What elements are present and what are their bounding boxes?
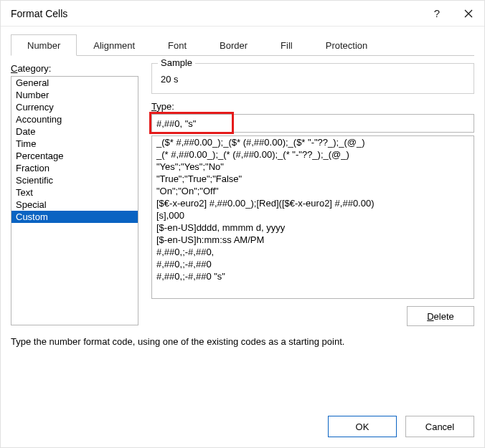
type-list-item[interactable]: #,##0,;-#,##0 <box>152 258 474 270</box>
window-title: Format Cells <box>11 8 421 19</box>
category-item[interactable]: Time <box>11 138 138 150</box>
close-button[interactable] <box>453 1 484 27</box>
type-label: Type: <box>151 101 474 112</box>
sample-group: Sample 20 s <box>151 63 474 94</box>
type-list-item[interactable]: _($* #,##0.00_);_($* (#,##0.00);_($* "-"… <box>152 136 474 148</box>
tab-font[interactable]: Font <box>151 34 203 56</box>
type-list-item[interactable]: "On";"On";"Off" <box>152 185 474 197</box>
type-input-wrap <box>151 114 474 133</box>
dialog-footer: OK Cancel <box>1 407 484 447</box>
tab-content: Category: GeneralNumberCurrencyAccountin… <box>11 56 474 326</box>
category-item[interactable]: Custom <box>11 211 138 223</box>
category-item[interactable]: Text <box>11 186 138 199</box>
tab-protection[interactable]: Protection <box>309 34 385 56</box>
category-item[interactable]: General <box>11 77 138 89</box>
cancel-button[interactable]: Cancel <box>405 416 474 437</box>
category-item[interactable]: Date <box>11 125 138 138</box>
format-cells-dialog: Format Cells ? NumberAlignmentFontBorder… <box>0 0 485 448</box>
category-item[interactable]: Currency <box>11 101 138 113</box>
tab-strip: NumberAlignmentFontBorderFillProtection <box>11 34 474 56</box>
type-input[interactable] <box>151 114 474 133</box>
tab-alignment[interactable]: Alignment <box>77 34 151 56</box>
sample-legend: Sample <box>158 57 195 68</box>
type-list-item[interactable]: #,##0,;-#,##0, <box>152 246 474 258</box>
delete-button[interactable]: Delete <box>407 306 474 326</box>
category-label: Category: <box>11 63 138 74</box>
category-item[interactable]: Percentage <box>11 150 138 162</box>
category-panel: Category: GeneralNumberCurrencyAccountin… <box>11 63 138 326</box>
type-list[interactable]: _($* #,##0.00_);_($* (#,##0.00);_($* "-"… <box>151 135 474 299</box>
category-item[interactable]: Special <box>11 199 138 211</box>
type-list-item[interactable]: "True";"True";"False" <box>152 173 474 185</box>
delete-row: Delete <box>151 306 474 326</box>
type-list-item[interactable]: "Yes";"Yes";"No" <box>152 161 474 173</box>
titlebar: Format Cells ? <box>1 1 484 27</box>
category-item[interactable]: Fraction <box>11 162 138 174</box>
tab-fill[interactable]: Fill <box>264 34 309 56</box>
type-list-item[interactable]: [$-en-US]dddd, mmmm d, yyyy <box>152 221 474 234</box>
type-list-item[interactable]: #,##0,;-#,##0 "s" <box>152 270 474 282</box>
tab-border[interactable]: Border <box>203 34 264 56</box>
type-list-item[interactable]: [$€-x-euro2] #,##0.00_);[Red]([$€-x-euro… <box>152 197 474 209</box>
sample-value: 20 s <box>159 70 466 86</box>
type-list-item[interactable]: [$-en-US]h:mm:ss AM/PM <box>152 234 474 246</box>
category-item[interactable]: Scientific <box>11 174 138 186</box>
dialog-body: NumberAlignmentFontBorderFillProtection … <box>1 27 484 407</box>
right-panel: Sample 20 s Type: _($* #,##0.00_);_($* (… <box>151 63 474 326</box>
type-list-item[interactable]: _(* #,##0.00_);_(* (#,##0.00);_(* "-"??_… <box>152 148 474 161</box>
tab-number[interactable]: Number <box>11 34 77 56</box>
category-item[interactable]: Number <box>11 89 138 101</box>
hint-text: Type the number format code, using one o… <box>11 336 474 407</box>
category-list[interactable]: GeneralNumberCurrencyAccountingDateTimeP… <box>11 76 138 325</box>
help-button[interactable]: ? <box>421 1 453 27</box>
close-icon <box>464 9 473 18</box>
category-item[interactable]: Accounting <box>11 113 138 125</box>
type-list-item[interactable]: [s],000 <box>152 209 474 221</box>
ok-button[interactable]: OK <box>328 416 397 437</box>
